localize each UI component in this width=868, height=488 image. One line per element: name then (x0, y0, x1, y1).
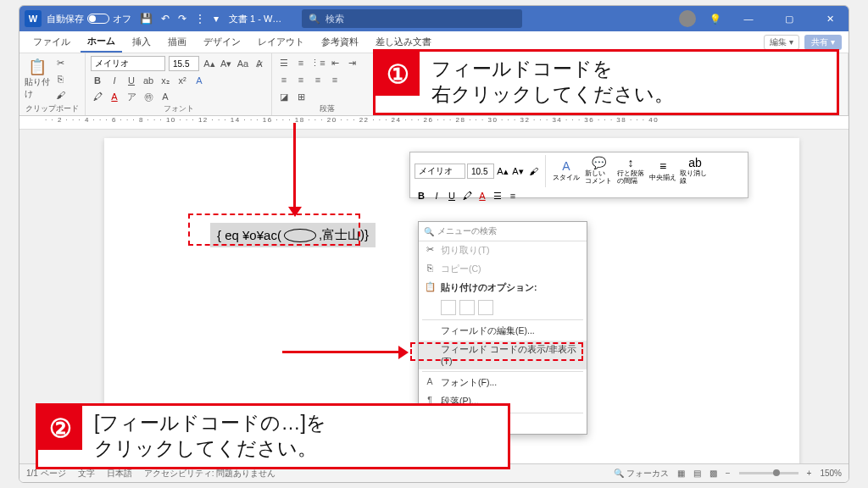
paste-options-row (419, 297, 587, 318)
mini-bullets-icon[interactable]: ☰ (491, 189, 504, 202)
grow-font-icon[interactable]: A▴ (203, 57, 216, 70)
change-case-icon[interactable]: Aa (236, 57, 250, 70)
mini-strike-button[interactable]: ab取り消し線 (680, 157, 710, 186)
menu-edit-field[interactable]: フィールドの編集(E)... (419, 322, 587, 341)
char-border-icon[interactable]: A (159, 90, 172, 103)
phonetic-icon[interactable]: ア (125, 90, 138, 103)
menu-font[interactable]: Aフォント(F)... (419, 374, 587, 392)
tab-draw[interactable]: 描画 (161, 32, 193, 52)
zoom-out-icon[interactable]: − (726, 469, 731, 478)
close-button[interactable]: ✕ (816, 14, 843, 25)
numbering-icon[interactable]: ≡ (294, 56, 308, 69)
mini-font-family[interactable] (415, 164, 465, 179)
mini-underline-icon[interactable]: U (445, 189, 459, 202)
strike-icon[interactable]: ab (142, 74, 155, 87)
zoom-in-icon[interactable]: + (807, 469, 812, 478)
paste-button[interactable]: 📋 貼り付け (25, 64, 50, 94)
maximize-button[interactable]: ▢ (776, 14, 803, 25)
italic-icon[interactable]: I (108, 74, 121, 87)
paste-opt-3[interactable] (478, 300, 493, 315)
autosave-state: オフ (113, 13, 131, 25)
format-painter-icon[interactable]: 🖌 (53, 88, 67, 102)
search-box[interactable]: 🔍 検索 (302, 9, 522, 28)
menu-search[interactable]: 🔍メニューの検索 (419, 222, 587, 241)
mini-italic-icon[interactable]: I (430, 189, 443, 202)
mini-font-color-icon[interactable]: A (476, 189, 489, 202)
mini-highlight-icon[interactable]: 🖍 (460, 189, 474, 202)
increase-indent-icon[interactable]: ⇥ (345, 56, 359, 69)
mini-bold-icon[interactable]: B (415, 189, 428, 202)
menu-copy[interactable]: ⎘コピー(C) (419, 260, 587, 279)
titlebar: W 自動保存 オフ 💾 ↶ ↷ ⋮ ▾ 文書 1 - W… 🔍 検索 💡 — ▢… (19, 6, 849, 31)
font-size-select[interactable] (169, 56, 199, 71)
editing-mode-button[interactable]: 編集 ▾ (764, 35, 799, 50)
subscript-icon[interactable]: x₂ (159, 74, 172, 87)
font-color-icon[interactable]: A (108, 90, 121, 103)
mini-comment-button[interactable]: 💬新しい コメント (583, 157, 614, 186)
avatar[interactable] (679, 10, 696, 27)
clear-format-icon[interactable]: A̷ (253, 57, 266, 70)
callout-2-number: ② (38, 406, 82, 450)
view-web-icon[interactable]: ▩ (709, 469, 717, 478)
mini-styles-button[interactable]: Aスタイル (551, 160, 581, 181)
align-right-icon[interactable]: ≡ (311, 73, 325, 86)
enclose-icon[interactable]: ㊕ (142, 90, 155, 103)
align-center-icon[interactable]: ≡ (294, 73, 308, 86)
mini-font-size[interactable] (467, 164, 494, 179)
paste-opt-1[interactable] (441, 300, 456, 315)
align-left-icon[interactable]: ≡ (277, 73, 291, 86)
toggle-switch-icon[interactable] (87, 14, 109, 24)
clipboard-icon: 📋 (28, 58, 47, 76)
shading-icon[interactable]: ◪ (277, 90, 291, 103)
help-icon[interactable]: 💡 (709, 14, 721, 25)
mini-numbering-icon[interactable]: ≡ (506, 189, 520, 202)
callout-1: ① フィールドコードを 右クリックしてください。 (373, 49, 839, 115)
tab-file[interactable]: ファイル (26, 32, 77, 52)
qat-dropdown-icon[interactable]: ▾ (214, 13, 219, 25)
bullets-icon[interactable]: ☰ (277, 56, 291, 69)
ribbon-group-font: A▴ A▾ Aa A̷ B I U ab x₂ x² A 🖍 A ア ㊕ A (86, 53, 272, 115)
font-family-select[interactable] (91, 56, 165, 71)
status-focus[interactable]: 🔍 フォーカス (614, 468, 669, 480)
text-effects-icon[interactable]: A (192, 74, 206, 87)
mini-shrink-font-icon[interactable]: A▾ (511, 164, 525, 178)
redo-icon[interactable]: ↷ (178, 13, 186, 25)
undo-icon[interactable]: ↶ (161, 13, 170, 25)
view-read-icon[interactable]: ▦ (677, 469, 685, 478)
tab-home[interactable]: ホーム (81, 31, 122, 53)
tab-insert[interactable]: 挿入 (125, 32, 158, 52)
tab-layout[interactable]: レイアウト (251, 32, 311, 52)
zoom-slider[interactable] (739, 472, 798, 474)
multilevel-icon[interactable]: ⋮≡ (311, 56, 325, 69)
tab-design[interactable]: デザイン (197, 32, 248, 52)
copy-icon[interactable]: ⎘ (53, 72, 67, 86)
menu-toggle-field-code[interactable]: フィールド コードの表示/非表示(T) (419, 341, 587, 369)
autosave-toggle[interactable]: 自動保存 オフ (47, 13, 131, 25)
qat-more-icon[interactable]: ⋮ (195, 13, 205, 25)
mini-center-button[interactable]: ≡中央揃え (648, 160, 678, 181)
save-icon[interactable]: 💾 (140, 13, 153, 25)
view-print-icon[interactable]: ▤ (693, 469, 701, 478)
justify-icon[interactable]: ≡ (328, 73, 342, 86)
share-button[interactable]: 共有 ▾ (804, 35, 842, 50)
minimize-button[interactable]: — (735, 14, 762, 24)
menu-cut[interactable]: ✂切り取り(T) (419, 241, 587, 260)
mini-spacing-button[interactable]: ↕行と段落 の間隔 (615, 157, 646, 186)
paste-opt-2[interactable] (459, 300, 475, 315)
borders-icon[interactable]: ⊞ (294, 90, 308, 103)
superscript-icon[interactable]: x² (175, 74, 189, 87)
cut-icon[interactable]: ✂ (53, 56, 67, 69)
field-code-text[interactable]: { eq ¥o¥ac( ,富士山)} (210, 223, 376, 247)
zoom-value[interactable]: 150% (820, 469, 842, 478)
decrease-indent-icon[interactable]: ⇤ (328, 56, 342, 69)
underline-icon[interactable]: U (125, 74, 138, 87)
mini-format-painter-icon[interactable]: 🖌 (526, 164, 540, 178)
shrink-font-icon[interactable]: A▾ (220, 57, 233, 70)
search-placeholder: 検索 (326, 13, 344, 25)
tab-references[interactable]: 参考資料 (314, 32, 365, 52)
spacing-icon: ↕ (628, 157, 634, 169)
annotation-arrowhead-1 (288, 207, 302, 217)
highlight-icon[interactable]: 🖍 (91, 90, 104, 103)
mini-grow-font-icon[interactable]: A▴ (496, 164, 509, 178)
bold-icon[interactable]: B (91, 74, 104, 87)
